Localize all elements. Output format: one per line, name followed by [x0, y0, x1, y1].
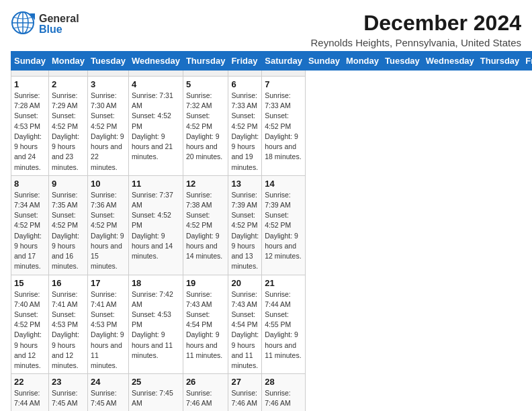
day-header-monday: Monday	[48, 52, 87, 71]
day-number: 21	[265, 278, 302, 288]
day-info: Sunrise: 7:39 AMSunset: 4:52 PMDaylight:…	[265, 190, 302, 262]
day-number: 9	[52, 179, 85, 189]
logo-blue-text: Blue	[39, 24, 79, 35]
day-header-saturday: Saturday	[262, 52, 306, 71]
day-number: 27	[231, 377, 259, 387]
calendar-cell: 8Sunrise: 7:34 AMSunset: 4:52 PMDaylight…	[11, 175, 49, 275]
day-number: 14	[265, 179, 302, 189]
calendar-week-row: 22Sunrise: 7:44 AMSunset: 4:55 PMDayligh…	[11, 374, 533, 411]
calendar-cell	[48, 71, 87, 77]
calendar-cell: 17Sunrise: 7:41 AMSunset: 4:53 PMDayligh…	[88, 275, 129, 374]
day-info: Sunrise: 7:31 AMSunset: 4:52 PMDaylight:…	[132, 91, 180, 163]
logo-general-text: General	[39, 13, 79, 24]
calendar-week-row	[11, 71, 533, 77]
calendar-cell: 2Sunrise: 7:29 AMSunset: 4:52 PMDaylight…	[48, 77, 87, 176]
day-header-monday: Monday	[343, 52, 382, 71]
day-number: 12	[186, 179, 226, 189]
calendar-cell: 28Sunrise: 7:46 AMSunset: 4:59 PMDayligh…	[262, 374, 306, 411]
day-info: Sunrise: 7:39 AMSunset: 4:52 PMDaylight:…	[231, 190, 259, 272]
day-number: 22	[14, 377, 46, 387]
day-info: Sunrise: 7:45 AMSunset: 4:57 PMDaylight:…	[132, 388, 180, 411]
calendar-week-row: 8Sunrise: 7:34 AMSunset: 4:52 PMDaylight…	[11, 175, 533, 275]
calendar-cell: 15Sunrise: 7:40 AMSunset: 4:52 PMDayligh…	[11, 275, 49, 374]
calendar-cell: 7Sunrise: 7:33 AMSunset: 4:52 PMDaylight…	[262, 77, 306, 176]
calendar-cell	[88, 71, 129, 77]
day-info: Sunrise: 7:46 AMSunset: 4:58 PMDaylight:…	[186, 388, 226, 411]
day-info: Sunrise: 7:40 AMSunset: 4:52 PMDaylight:…	[14, 289, 46, 371]
day-number: 18	[132, 278, 180, 288]
day-number: 3	[91, 79, 126, 89]
day-number: 25	[132, 377, 180, 387]
calendar-cell: 11Sunrise: 7:37 AMSunset: 4:52 PMDayligh…	[128, 175, 183, 275]
day-header-wednesday: Wednesday	[423, 52, 477, 71]
calendar-cell: 3Sunrise: 7:30 AMSunset: 4:52 PMDaylight…	[88, 77, 129, 176]
day-number: 16	[52, 278, 85, 288]
day-header-sunday: Sunday	[305, 52, 343, 71]
calendar-cell: 13Sunrise: 7:39 AMSunset: 4:52 PMDayligh…	[228, 175, 262, 275]
day-number: 28	[265, 377, 302, 387]
day-info: Sunrise: 7:45 AMSunset: 4:56 PMDaylight:…	[52, 388, 85, 411]
calendar-table: SundayMondayTuesdayWednesdayThursdayFrid…	[11, 51, 532, 411]
day-info: Sunrise: 7:44 AMSunset: 4:55 PMDaylight:…	[265, 289, 302, 361]
day-info: Sunrise: 7:30 AMSunset: 4:52 PMDaylight:…	[91, 91, 126, 173]
day-info: Sunrise: 7:35 AMSunset: 4:52 PMDaylight:…	[52, 190, 85, 272]
calendar-cell	[128, 71, 183, 77]
calendar-cell: 6Sunrise: 7:33 AMSunset: 4:52 PMDaylight…	[228, 77, 262, 176]
day-info: Sunrise: 7:38 AMSunset: 4:52 PMDaylight:…	[186, 190, 226, 262]
calendar-cell: 24Sunrise: 7:45 AMSunset: 4:56 PMDayligh…	[88, 374, 129, 411]
day-info: Sunrise: 7:32 AMSunset: 4:52 PMDaylight:…	[186, 91, 226, 163]
day-number: 19	[186, 278, 226, 288]
day-header-thursday: Thursday	[183, 52, 228, 71]
calendar-cell: 5Sunrise: 7:32 AMSunset: 4:52 PMDaylight…	[183, 77, 228, 176]
day-number: 17	[91, 278, 126, 288]
day-number: 10	[91, 179, 126, 189]
day-info: Sunrise: 7:43 AMSunset: 4:54 PMDaylight:…	[231, 289, 259, 371]
title-area: December 2024 Reynolds Heights, Pennsylv…	[310, 11, 521, 48]
day-info: Sunrise: 7:41 AMSunset: 4:53 PMDaylight:…	[91, 289, 126, 371]
day-info: Sunrise: 7:28 AMSunset: 4:53 PMDaylight:…	[14, 91, 46, 173]
day-info: Sunrise: 7:42 AMSunset: 4:53 PMDaylight:…	[132, 289, 180, 361]
day-number: 4	[132, 79, 180, 89]
calendar-cell: 21Sunrise: 7:44 AMSunset: 4:55 PMDayligh…	[262, 275, 306, 374]
day-header-tuesday: Tuesday	[382, 52, 423, 71]
subtitle: Reynolds Heights, Pennsylvania, United S…	[310, 37, 521, 48]
calendar-cell: 12Sunrise: 7:38 AMSunset: 4:52 PMDayligh…	[183, 175, 228, 275]
logo-icon	[11, 11, 35, 38]
calendar-cell	[262, 71, 306, 77]
day-header-wednesday: Wednesday	[128, 52, 183, 71]
day-number: 6	[231, 79, 259, 89]
day-number: 24	[91, 377, 126, 387]
day-header-tuesday: Tuesday	[88, 52, 129, 71]
day-header-sunday: Sunday	[11, 52, 49, 71]
calendar-cell: 14Sunrise: 7:39 AMSunset: 4:52 PMDayligh…	[262, 175, 306, 275]
logo: General Blue	[11, 11, 79, 38]
calendar-cell: 16Sunrise: 7:41 AMSunset: 4:53 PMDayligh…	[48, 275, 87, 374]
day-info: Sunrise: 7:33 AMSunset: 4:52 PMDaylight:…	[231, 91, 259, 173]
calendar-cell: 26Sunrise: 7:46 AMSunset: 4:58 PMDayligh…	[183, 374, 228, 411]
days-header-row: SundayMondayTuesdayWednesdayThursdayFrid…	[11, 52, 533, 71]
day-number: 8	[14, 179, 46, 189]
day-number: 20	[231, 278, 259, 288]
day-info: Sunrise: 7:46 AMSunset: 4:59 PMDaylight:…	[265, 388, 302, 411]
calendar-cell: 1Sunrise: 7:28 AMSunset: 4:53 PMDaylight…	[11, 77, 49, 176]
calendar-cell: 10Sunrise: 7:36 AMSunset: 4:52 PMDayligh…	[88, 175, 129, 275]
day-info: Sunrise: 7:45 AMSunset: 4:56 PMDaylight:…	[91, 388, 126, 411]
calendar-cell	[228, 71, 262, 77]
day-header-thursday: Thursday	[477, 52, 523, 71]
day-number: 23	[52, 377, 85, 387]
calendar-cell: 9Sunrise: 7:35 AMSunset: 4:52 PMDaylight…	[48, 175, 87, 275]
day-info: Sunrise: 7:37 AMSunset: 4:52 PMDaylight:…	[132, 190, 180, 262]
calendar-cell: 25Sunrise: 7:45 AMSunset: 4:57 PMDayligh…	[128, 374, 183, 411]
day-number: 13	[231, 179, 259, 189]
day-number: 7	[265, 79, 302, 89]
header-area: General Blue December 2024 Reynolds Heig…	[11, 11, 521, 48]
calendar-cell: 4Sunrise: 7:31 AMSunset: 4:52 PMDaylight…	[128, 77, 183, 176]
logo-name: General Blue	[39, 13, 79, 35]
main-title: December 2024	[310, 11, 521, 36]
calendar-cell: 22Sunrise: 7:44 AMSunset: 4:55 PMDayligh…	[11, 374, 49, 411]
calendar-cell	[11, 71, 49, 77]
day-header-friday: Friday	[523, 52, 532, 71]
calendar-cell: 20Sunrise: 7:43 AMSunset: 4:54 PMDayligh…	[228, 275, 262, 374]
day-number: 1	[14, 79, 46, 89]
day-number: 11	[132, 179, 180, 189]
